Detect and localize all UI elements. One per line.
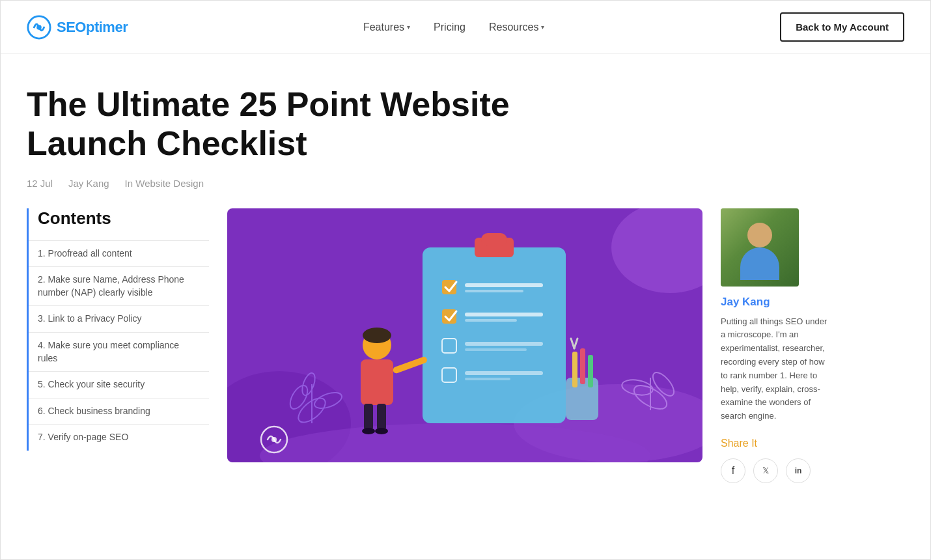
svg-rect-18 (465, 348, 527, 351)
logo-text: SEOptimer (57, 19, 128, 36)
author-photo (721, 208, 799, 287)
svg-rect-13 (442, 309, 456, 324)
logo-icon (27, 15, 51, 40)
svg-rect-15 (465, 319, 517, 322)
contents-list: 1. Proofread all content 2. Make sure Na… (29, 240, 209, 451)
author-photo-image (721, 208, 799, 287)
contents-item-5[interactable]: 5. Check your site security (29, 371, 209, 398)
features-chevron-icon: ▾ (407, 23, 410, 31)
contents-item-6[interactable]: 6. Check business branding (29, 398, 209, 425)
meta-date: 12 Jul (27, 178, 53, 189)
svg-rect-11 (465, 283, 543, 287)
svg-rect-33 (588, 355, 593, 387)
contents-item-7[interactable]: 7. Verify on-page SEO (29, 424, 209, 451)
nav-resources[interactable]: Resources ▾ (489, 21, 544, 33)
logo[interactable]: SEOptimer (27, 15, 128, 40)
hero-illustration (227, 208, 702, 462)
contents-heading: Contents (29, 208, 209, 229)
article-header: The Ultimate 25 Point Website Launch Che… (1, 54, 930, 208)
svg-rect-24 (361, 359, 393, 405)
svg-point-27 (362, 428, 375, 434)
meta-author: Jay Kang (68, 178, 109, 189)
linkedin-share-button[interactable]: in (786, 458, 811, 483)
article-title: The Ultimate 25 Point Website Launch Che… (27, 85, 561, 163)
svg-rect-10 (442, 280, 456, 294)
share-label: Share It (721, 438, 828, 449)
svg-rect-26 (377, 404, 386, 430)
svg-point-23 (363, 328, 391, 343)
svg-rect-12 (465, 290, 523, 292)
svg-rect-31 (572, 352, 577, 387)
svg-rect-7 (423, 247, 566, 423)
hero-image (227, 208, 702, 462)
author-sidebar: Jay Kang Putting all things SEO under a … (721, 208, 828, 483)
svg-rect-14 (465, 313, 543, 316)
nav-pricing[interactable]: Pricing (434, 21, 465, 33)
svg-rect-17 (465, 342, 543, 346)
svg-rect-20 (465, 371, 543, 375)
author-name: Jay Kang (721, 296, 828, 309)
svg-rect-25 (364, 404, 373, 430)
twitter-share-button[interactable]: 𝕏 (753, 458, 778, 483)
author-bio: Putting all things SEO under a microscop… (721, 315, 828, 423)
back-to-account-button[interactable]: Back to My Account (780, 12, 904, 42)
facebook-share-button[interactable]: f (721, 458, 745, 483)
svg-rect-9 (481, 233, 507, 246)
contents-item-3[interactable]: 3. Link to a Privacy Policy (29, 305, 209, 332)
svg-point-28 (375, 428, 388, 434)
svg-rect-32 (580, 348, 585, 384)
nav-features[interactable]: Features ▾ (363, 21, 410, 33)
svg-point-1 (36, 25, 42, 30)
contents-item-1[interactable]: 1. Proofread all content (29, 240, 209, 267)
article-meta: 12 Jul Jay Kang In Website Design (27, 178, 904, 189)
resources-chevron-icon: ▾ (541, 23, 544, 31)
social-icons: f 𝕏 in (721, 458, 828, 483)
svg-point-46 (271, 437, 277, 442)
svg-rect-21 (465, 378, 510, 380)
main-content: Contents 1. Proofread all content 2. Mak… (1, 208, 930, 509)
site-header: SEOptimer Features ▾ Pricing Resources ▾… (1, 1, 930, 54)
contents-sidebar: Contents 1. Proofread all content 2. Mak… (27, 208, 209, 451)
contents-item-2[interactable]: 2. Make sure Name, Address Phone number … (29, 266, 209, 305)
contents-item-4[interactable]: 4. Make sure you meet compliance rules (29, 332, 209, 371)
main-nav: Features ▾ Pricing Resources ▾ (363, 21, 545, 33)
meta-category: In Website Design (125, 178, 204, 189)
